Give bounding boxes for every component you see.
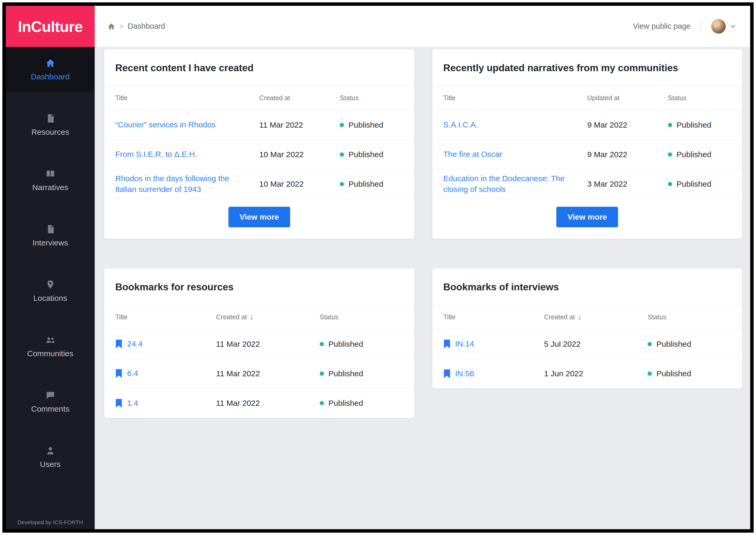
avatar[interactable] xyxy=(711,19,726,34)
col-created-at-sorted[interactable]: Created at ↓ xyxy=(544,313,648,321)
narrative-link[interactable]: Education in the Dodecanese: The closing… xyxy=(444,174,565,193)
status-dot-icon xyxy=(320,372,324,376)
bookmark-icon xyxy=(115,369,122,378)
created-at-value: 11 Mar 2022 xyxy=(216,340,320,349)
sidebar-item-locations[interactable]: Locations xyxy=(6,268,95,314)
view-more-button[interactable]: View more xyxy=(228,207,290,227)
status-text: Published xyxy=(348,121,383,129)
bookmark-icon xyxy=(444,340,451,348)
status-text: Published xyxy=(677,180,712,188)
status-badge: Published xyxy=(320,340,403,349)
home-icon xyxy=(45,58,55,68)
bookmark-link[interactable]: 1.4 xyxy=(127,398,138,409)
updated-at-value: 9 Mar 2022 xyxy=(587,121,668,129)
bookmark-link[interactable]: 6.4 xyxy=(127,368,138,379)
content-link[interactable]: “Courier” services in Rhodos xyxy=(115,120,216,129)
card-title: Bookmarks of interviews xyxy=(432,268,742,305)
col-title[interactable]: Title xyxy=(444,94,588,102)
status-dot-icon xyxy=(648,372,652,376)
col-created-at[interactable]: Created at xyxy=(259,94,340,102)
breadcrumb-separator: > xyxy=(120,22,124,30)
table-body: IN.14 5 Jul 2022 Published xyxy=(432,329,742,388)
topbar-right: View public page xyxy=(633,19,737,34)
col-status[interactable]: Status xyxy=(320,313,403,321)
table-body: “Courier” services in Rhodos 11 Mar 2022… xyxy=(104,110,414,199)
status-text: Published xyxy=(329,369,363,378)
narrative-link[interactable]: The fire at Oscar xyxy=(444,150,502,158)
status-dot-icon xyxy=(668,153,672,156)
bookmark-link[interactable]: 24.4 xyxy=(127,339,142,350)
updated-at-value: 9 Mar 2022 xyxy=(587,150,668,159)
col-title[interactable]: Title xyxy=(115,313,216,321)
bookmark-icon xyxy=(444,369,451,378)
status-text: Published xyxy=(656,340,691,349)
bookmark-link[interactable]: IN.56 xyxy=(455,368,474,379)
table-row: 6.4 11 Mar 2022 Published xyxy=(104,359,414,388)
col-created-at-sorted[interactable]: Created at ↓ xyxy=(216,313,320,321)
app-window: InCulture > Dashboard View public page xyxy=(2,2,754,533)
col-status[interactable]: Status xyxy=(340,94,403,102)
sidebar-item-dashboard[interactable]: Dashboard xyxy=(6,47,95,92)
content-link[interactable]: Rhodos in the days following the Italian… xyxy=(115,174,229,193)
home-icon[interactable] xyxy=(107,22,115,30)
sidebar-item-interviews[interactable]: Interviews xyxy=(6,213,95,258)
brand-logo[interactable]: InCulture xyxy=(6,6,95,47)
table-body: 24.4 11 Mar 2022 Published xyxy=(104,329,414,418)
content-link[interactable]: From S.I.E.R. to Δ.Ε.Η. xyxy=(115,150,197,158)
status-badge: Published xyxy=(668,180,731,188)
table-header: Title Created at ↓ Status xyxy=(432,305,742,329)
status-badge: Published xyxy=(648,369,731,378)
sidebar-item-label: Users xyxy=(40,460,60,469)
sidebar-item-narratives[interactable]: Narratives xyxy=(6,158,95,203)
sidebar-item-label: Locations xyxy=(33,294,67,303)
user-icon xyxy=(45,446,55,456)
narrative-link[interactable]: S.A.I.C.A. xyxy=(444,120,478,129)
main-content: Recent content I have created Title Crea… xyxy=(95,47,750,529)
card-title: Bookmarks for resources xyxy=(104,268,414,305)
card-recent-narratives: Recently updated narratives from my comm… xyxy=(432,49,742,239)
sidebar-item-resources[interactable]: Resources xyxy=(6,102,95,148)
sidebar-item-users[interactable]: Users xyxy=(6,435,95,480)
sidebar-item-comments[interactable]: Comments xyxy=(6,379,95,425)
status-dot-icon xyxy=(668,123,672,127)
card-bookmarks-interviews: Bookmarks of interviews Title Created at… xyxy=(432,268,742,388)
sidebar-item-label: Comments xyxy=(31,405,70,413)
status-dot-icon xyxy=(340,182,344,186)
col-updated-at[interactable]: Updated at xyxy=(587,94,668,102)
bookmark-icon xyxy=(115,399,122,408)
file-icon xyxy=(45,224,55,234)
view-more-button[interactable]: View more xyxy=(556,207,618,227)
created-at-value: 10 Mar 2022 xyxy=(259,150,340,159)
bookmark-icon xyxy=(115,340,122,348)
table-row: 1.4 11 Mar 2022 Published xyxy=(104,388,414,418)
sort-desc-icon[interactable]: ↓ xyxy=(250,313,254,321)
comment-icon xyxy=(45,390,55,400)
card-title: Recently updated narratives from my comm… xyxy=(432,49,742,86)
col-status[interactable]: Status xyxy=(648,313,731,321)
status-badge: Published xyxy=(340,180,403,188)
sidebar-item-communities[interactable]: Communities xyxy=(6,324,95,369)
col-title[interactable]: Title xyxy=(444,313,544,321)
status-badge: Published xyxy=(668,150,731,159)
sort-desc-icon[interactable]: ↓ xyxy=(578,313,582,321)
user-menu[interactable] xyxy=(711,19,737,34)
status-text: Published xyxy=(677,121,712,129)
book-icon xyxy=(45,169,55,179)
status-badge: Published xyxy=(340,121,403,129)
col-title[interactable]: Title xyxy=(115,94,259,102)
bookmark-link[interactable]: IN.14 xyxy=(455,339,474,350)
view-public-page-link[interactable]: View public page xyxy=(633,22,690,31)
status-dot-icon xyxy=(668,182,672,186)
created-at-value: 11 Mar 2022 xyxy=(216,399,320,408)
card-footer: View more xyxy=(432,199,742,239)
status-dot-icon xyxy=(320,342,324,346)
table-row: S.A.I.C.A. 9 Mar 2022 Published xyxy=(432,110,742,140)
sidebar-item-label: Resources xyxy=(31,127,69,137)
created-at-value: 11 Mar 2022 xyxy=(216,369,320,378)
breadcrumb: > Dashboard xyxy=(107,22,165,31)
sidebar-item-label: Interviews xyxy=(32,239,68,247)
col-status[interactable]: Status xyxy=(668,94,731,102)
status-text: Published xyxy=(656,369,691,378)
breadcrumb-current[interactable]: Dashboard xyxy=(128,22,165,31)
status-text: Published xyxy=(329,340,363,349)
